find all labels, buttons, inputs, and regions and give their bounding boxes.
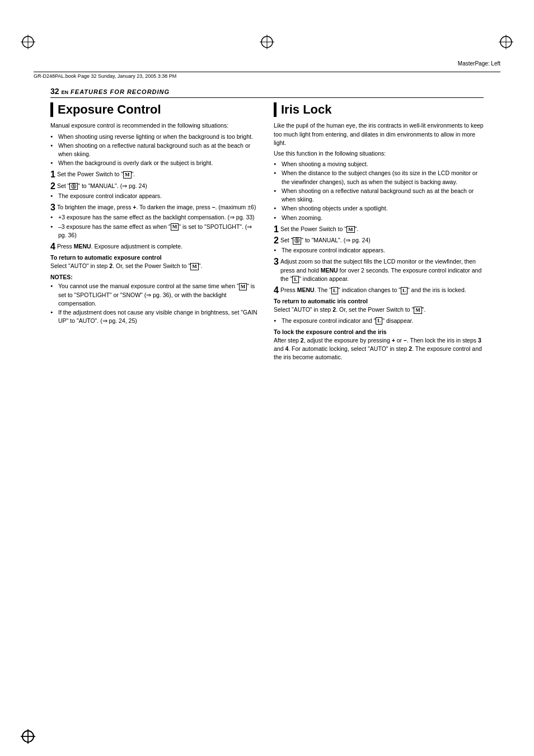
step-number: 4 bbox=[274, 286, 279, 295]
step-text: Set "Ⓢ" to "MANUAL". (⇒ pg. 24) bbox=[57, 182, 260, 190]
list-item: The exposure control indicator appears. bbox=[274, 246, 484, 255]
notes-heading: NOTES: bbox=[50, 274, 260, 280]
iris-lock-intro: Like the pupil of the human eye, the iri… bbox=[274, 121, 484, 147]
iris-step-3: 3 Adjust zoom so that the subject fills … bbox=[274, 257, 484, 283]
step-text: To brighten the image, press +. To darke… bbox=[57, 203, 260, 212]
iris-lock-title: Iris Lock bbox=[274, 102, 484, 117]
exposure-control-bullets: When shooting using reverse lighting or … bbox=[50, 133, 260, 168]
list-item: The exposure control indicator and "L" d… bbox=[274, 317, 484, 325]
list-item: When shooting a moving subject. bbox=[274, 160, 484, 168]
lock-exposure-heading: To lock the exposure control and the iri… bbox=[274, 328, 484, 335]
step-number: 1 bbox=[50, 170, 55, 179]
content-area: 32 EN FEATURES FOR RECORDING Exposure Co… bbox=[50, 87, 484, 364]
step-3-subbullets: +3 exposure has the same effect as the b… bbox=[50, 213, 260, 240]
list-item: You cannot use the manual exposure contr… bbox=[50, 282, 260, 308]
iris-lock-column: Iris Lock Like the pupil of the human ey… bbox=[274, 102, 484, 364]
page-wrapper: MasterPage: Left GR-D248PAL.book Page 32… bbox=[0, 0, 534, 756]
iris-step-2-subbullets: The exposure control indicator appears. bbox=[274, 246, 484, 255]
exposure-control-title: Exposure Control bbox=[50, 102, 260, 117]
list-item: When the distance to the subject changes… bbox=[274, 169, 484, 186]
step-number: 3 bbox=[274, 257, 279, 266]
step-number: 2 bbox=[50, 182, 55, 191]
exposure-control-intro: Manual exposure control is recommended i… bbox=[50, 121, 260, 130]
lock-exposure-text: After step 2, adjust the exposure by pre… bbox=[274, 336, 484, 362]
iris-step-1: 1 Set the Power Switch to "M". bbox=[274, 225, 484, 233]
reg-mark-top-center bbox=[259, 34, 275, 50]
step-text: Adjust zoom so that the subject fills th… bbox=[280, 257, 484, 283]
step-text: Set the Power Switch to "M". bbox=[57, 170, 260, 179]
return-auto-iris-subbullets: The exposure control indicator and "L" d… bbox=[274, 317, 484, 325]
page-number: 32 bbox=[50, 87, 59, 96]
list-item: When shooting on a reflective natural ba… bbox=[274, 187, 484, 204]
list-item: +3 exposure has the same effect as the b… bbox=[50, 213, 260, 222]
list-item: When shooting objects under a spotlight. bbox=[274, 204, 484, 213]
notes-list: You cannot use the manual exposure contr… bbox=[50, 282, 260, 325]
list-item: When the background is overly dark or th… bbox=[50, 159, 260, 167]
return-auto-iris-heading: To return to automatic iris control bbox=[274, 298, 484, 304]
step-number: 2 bbox=[274, 236, 279, 245]
two-col-layout: Exposure Control Manual exposure control… bbox=[50, 102, 484, 364]
step-number: 4 bbox=[50, 242, 55, 251]
step-text: Set the Power Switch to "M". bbox=[280, 225, 484, 233]
step-text: Press MENU. The "L" indication changes t… bbox=[280, 286, 484, 294]
step-text: Set "Ⓢ" to "MANUAL". (⇒ pg. 24) bbox=[280, 236, 484, 245]
step-2: 2 Set "Ⓢ" to "MANUAL". (⇒ pg. 24) bbox=[50, 182, 260, 190]
return-auto-heading: To return to automatic exposure control bbox=[50, 254, 260, 261]
return-auto-text: Select "AUTO" in step 2. Or, set the Pow… bbox=[50, 262, 260, 270]
section-header: 32 EN FEATURES FOR RECORDING bbox=[50, 87, 484, 98]
list-item: –3 exposure has the same effect as when … bbox=[50, 223, 260, 240]
reg-mark-top-left bbox=[20, 34, 36, 50]
step-2-subbullets: The exposure control indicator appears. bbox=[50, 192, 260, 200]
list-item: When shooting on a reflective natural ba… bbox=[50, 142, 260, 158]
reg-mark-bottom-right bbox=[20, 728, 36, 745]
step-number: 3 bbox=[50, 203, 55, 212]
lang-tag: EN bbox=[62, 90, 69, 95]
step-number: 1 bbox=[274, 225, 279, 234]
step-text: Press MENU. Exposure adjustment is compl… bbox=[57, 242, 260, 251]
list-item: When zooming. bbox=[274, 214, 484, 222]
return-auto-iris-text: Select "AUTO" in step 2. Or, set the Pow… bbox=[274, 306, 484, 314]
step-3: 3 To brighten the image, press +. To dar… bbox=[50, 203, 260, 212]
step-4: 4 Press MENU. Exposure adjustment is com… bbox=[50, 242, 260, 251]
list-item: The exposure control indicator appears. bbox=[50, 192, 260, 200]
reg-mark-top-right bbox=[498, 34, 514, 50]
list-item: When shooting using reverse lighting or … bbox=[50, 133, 260, 141]
notes-section: NOTES: You cannot use the manual exposur… bbox=[50, 274, 260, 325]
list-item: If the adjustment does not cause any vis… bbox=[50, 308, 260, 325]
master-page-label: MasterPage: Left bbox=[458, 60, 500, 67]
iris-step-2: 2 Set "Ⓢ" to "MANUAL". (⇒ pg. 24) bbox=[274, 236, 484, 245]
exposure-control-column: Exposure Control Manual exposure control… bbox=[50, 102, 260, 364]
iris-lock-intro2: Use this function in the following situa… bbox=[274, 149, 484, 158]
iris-lock-bullets: When shooting a moving subject. When the… bbox=[274, 160, 484, 222]
section-title: FEATURES FOR RECORDING bbox=[71, 88, 170, 95]
step-1: 1 Set the Power Switch to "M". bbox=[50, 170, 260, 179]
file-info-bar: GR-D248PAL.book Page 32 Sunday, January … bbox=[34, 72, 500, 79]
iris-step-4: 4 Press MENU. The "L" indication changes… bbox=[274, 286, 484, 294]
